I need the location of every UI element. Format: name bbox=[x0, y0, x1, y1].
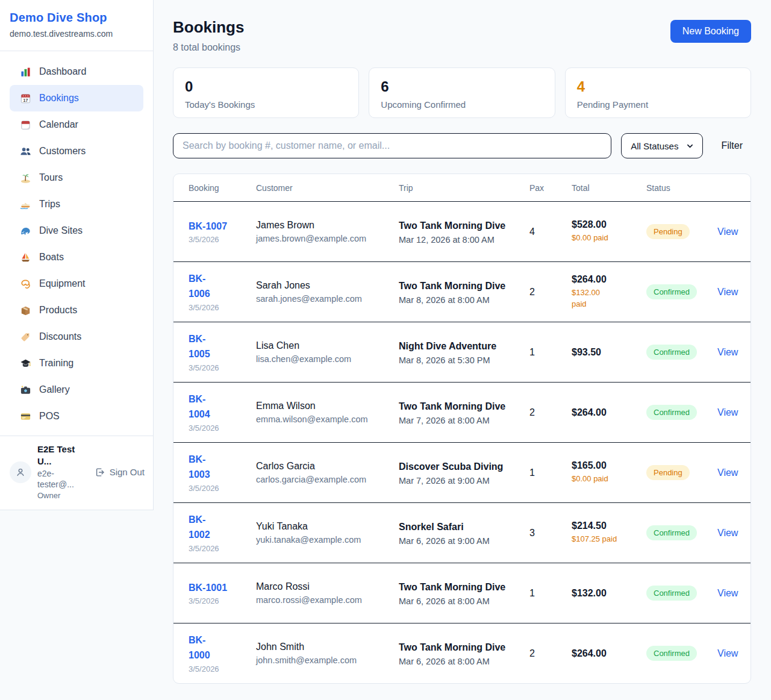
view-link[interactable]: View bbox=[717, 407, 738, 417]
sidebar-item-gallery[interactable]: Gallery bbox=[10, 377, 143, 403]
sidebar-item-training[interactable]: Training bbox=[10, 350, 143, 377]
sidebar-item-trips[interactable]: Trips bbox=[10, 191, 143, 217]
paid-amount: $0.00 paid bbox=[572, 233, 619, 244]
booking-date: 3/5/2026 bbox=[189, 235, 256, 244]
status-filter-select[interactable]: All Statuses bbox=[621, 133, 703, 158]
stat-card: 6Upcoming Confirmed bbox=[369, 67, 555, 118]
view-link[interactable]: View bbox=[717, 287, 738, 297]
table-header: BookingCustomerTripPaxTotalStatus bbox=[173, 174, 751, 201]
trip-name: Two Tank Morning Dive bbox=[399, 399, 507, 414]
calendar-icon bbox=[19, 119, 31, 131]
sidebar-item-label: Training bbox=[39, 358, 73, 369]
search-input[interactable] bbox=[173, 133, 611, 158]
pax-cell: 2 bbox=[529, 287, 572, 298]
status-cell: Confirmed bbox=[646, 525, 717, 540]
booking-cell: BK-10043/5/2026 bbox=[189, 392, 256, 433]
total-cell: $132.00 bbox=[572, 588, 646, 599]
customer-cell: Sarah Jonessarah.jones@example.com bbox=[256, 280, 399, 304]
dashboard-icon bbox=[19, 66, 31, 78]
trip-name: Discover Scuba Diving bbox=[399, 460, 507, 475]
sign-out-button[interactable]: Sign Out bbox=[95, 467, 145, 478]
sidebar-item-dive-sites[interactable]: Dive Sites bbox=[10, 217, 143, 244]
booking-link[interactable]: BK-1001 bbox=[189, 581, 227, 596]
sidebar-item-tours[interactable]: Tours bbox=[10, 164, 143, 191]
customer-name: Carlos Garcia bbox=[256, 461, 399, 472]
trip-name: Night Dive Adventure bbox=[399, 339, 507, 354]
trip-datetime: Mar 7, 2026 at 8:00 AM bbox=[399, 416, 529, 425]
customer-cell: Carlos Garciacarlos.garcia@example.com bbox=[256, 461, 399, 484]
booking-link[interactable]: BK-1003 bbox=[189, 452, 210, 483]
stat-value: 4 bbox=[577, 78, 739, 95]
trip-cell: Two Tank Morning DiveMar 8, 2026 at 8:00… bbox=[399, 279, 529, 305]
boats-icon bbox=[19, 251, 31, 263]
table-row: BK-10003/5/2026John Smithjohn.smith@exam… bbox=[173, 623, 751, 683]
sidebar-item-dashboard[interactable]: Dashboard bbox=[10, 58, 143, 85]
sidebar-item-pos[interactable]: POS bbox=[10, 403, 143, 430]
stat-label: Upcoming Confirmed bbox=[381, 99, 543, 110]
view-link[interactable]: View bbox=[717, 347, 738, 357]
booking-link[interactable]: BK-1004 bbox=[189, 392, 210, 422]
trip-cell: Night Dive AdventureMar 8, 2026 at 5:30 … bbox=[399, 339, 529, 366]
view-link[interactable]: View bbox=[717, 528, 738, 538]
customer-email: carlos.garcia@example.com bbox=[256, 475, 399, 484]
booking-link[interactable]: BK-1000 bbox=[189, 633, 210, 663]
trip-datetime: Mar 6, 2026 at 9:00 AM bbox=[399, 536, 529, 546]
booking-date: 3/5/2026 bbox=[189, 423, 256, 433]
sidebar-header: Demo Dive Shop demo.test.divestreams.com bbox=[0, 0, 153, 51]
filter-button[interactable]: Filter bbox=[713, 140, 751, 151]
pax-cell: 4 bbox=[529, 227, 572, 237]
sidebar: Demo Dive Shop demo.test.divestreams.com… bbox=[0, 0, 154, 510]
trip-datetime: Mar 8, 2026 at 5:30 PM bbox=[399, 355, 529, 365]
table-row: BK-10013/5/2026Marco Rossimarco.rossi@ex… bbox=[173, 563, 751, 623]
sidebar-item-bookings[interactable]: 17Bookings bbox=[10, 85, 143, 111]
status-badge: Confirmed bbox=[646, 405, 697, 420]
trip-name: Two Tank Morning Dive bbox=[399, 219, 507, 234]
booking-link[interactable]: BK-1007 bbox=[189, 219, 227, 234]
booking-link[interactable]: BK-1002 bbox=[189, 513, 210, 543]
column-header-status: Status bbox=[646, 183, 717, 193]
sidebar-item-calendar[interactable]: Calendar bbox=[10, 111, 143, 138]
view-link[interactable]: View bbox=[717, 648, 738, 658]
sidebar-item-equipment[interactable]: Equipment bbox=[10, 270, 143, 297]
customers-icon bbox=[19, 145, 31, 157]
total-cell: $165.00$0.00 paid bbox=[572, 460, 646, 485]
sign-out-label: Sign Out bbox=[110, 467, 145, 477]
sidebar-item-products[interactable]: Products bbox=[10, 297, 143, 323]
booking-cell: BK-10033/5/2026 bbox=[189, 452, 256, 493]
trip-cell: Two Tank Morning DiveMar 7, 2026 at 8:00… bbox=[399, 399, 529, 426]
sidebar-item-label: Customers bbox=[39, 146, 86, 157]
customer-email: john.smith@example.com bbox=[256, 655, 399, 665]
main-content: Bookings 8 total bookings New Booking 0T… bbox=[154, 0, 771, 700]
page-subtitle: 8 total bookings bbox=[173, 42, 244, 53]
view-link[interactable]: View bbox=[717, 227, 738, 237]
user-role: Owner bbox=[37, 490, 89, 501]
column-header-customer: Customer bbox=[256, 183, 399, 193]
booking-link[interactable]: BK-1006 bbox=[189, 272, 210, 302]
status-cell: Confirmed bbox=[646, 284, 717, 299]
view-link[interactable]: View bbox=[717, 588, 738, 598]
dive-sites-icon bbox=[19, 225, 31, 237]
booking-link[interactable]: BK-1005 bbox=[189, 332, 210, 362]
sidebar-item-label: Equipment bbox=[39, 278, 86, 289]
view-link[interactable]: View bbox=[717, 467, 738, 478]
training-icon bbox=[19, 357, 31, 369]
total-cell: $264.00$132.00paid bbox=[572, 274, 646, 310]
sidebar-item-label: Dive Sites bbox=[39, 225, 83, 236]
customer-cell: John Smithjohn.smith@example.com bbox=[256, 642, 399, 665]
trip-name: Two Tank Morning Dive bbox=[399, 640, 507, 655]
table-row: BK-10033/5/2026Carlos Garciacarlos.garci… bbox=[173, 442, 751, 502]
user-icon bbox=[15, 467, 26, 478]
new-booking-button[interactable]: New Booking bbox=[670, 20, 751, 43]
customer-cell: Marco Rossimarco.rossi@example.com bbox=[256, 581, 399, 605]
booking-date: 3/5/2026 bbox=[189, 596, 256, 605]
bookings-icon: 17 bbox=[19, 92, 31, 104]
total-cell: $264.00 bbox=[572, 407, 646, 418]
sidebar-item-boats[interactable]: Boats bbox=[10, 244, 143, 270]
customer-email: lisa.chen@example.com bbox=[256, 354, 399, 364]
sidebar-item-discounts[interactable]: Discounts bbox=[10, 323, 143, 350]
user-info: E2E Test U... e2e-tester@... Owner bbox=[37, 443, 89, 501]
actions-cell: View bbox=[717, 407, 751, 418]
sidebar-item-customers[interactable]: Customers bbox=[10, 138, 143, 164]
sidebar-item-label: Discounts bbox=[39, 331, 81, 342]
status-cell: Confirmed bbox=[646, 345, 717, 360]
